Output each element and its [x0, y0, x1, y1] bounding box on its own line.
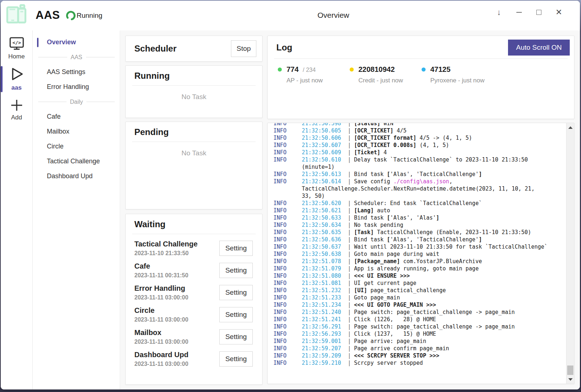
- stat-dot-icon: [278, 68, 282, 72]
- log-line: INFO21:32:59.210|Scrcpy server stopped: [273, 359, 566, 367]
- log-message: [Package_name] com.YostarJP.BlueArchive: [354, 258, 482, 265]
- log-separator: |: [345, 316, 354, 323]
- rail-item-home[interactable]: </>Home: [1, 36, 32, 60]
- log-line: INFO21:32:50.614|Save config ./config\aa…: [273, 178, 566, 185]
- log-line: INFO21:32:50.621|[Lang] auto: [273, 207, 566, 214]
- log-separator: |: [345, 134, 354, 142]
- log-level: INFO: [273, 134, 302, 142]
- log-line: INFO21:32:56.291|Page switch: page_tacti…: [273, 323, 566, 330]
- log-level: INFO: [273, 330, 302, 338]
- waiting-task-info: Error Handling2023-11-11 03:00:00: [134, 284, 219, 301]
- sidebar-item-mailbox[interactable]: Mailbox: [33, 124, 120, 139]
- log-separator: |: [345, 236, 354, 243]
- minimize-icon[interactable]: [515, 8, 523, 17]
- log-line: INFO21:32:51.240|Page switch: page_tacti…: [273, 309, 566, 316]
- setting-button[interactable]: Setting: [219, 329, 253, 344]
- rail-item-aas[interactable]: aas: [1, 66, 32, 91]
- log-message: Scrcpy server stopped: [354, 359, 423, 367]
- log-timestamp: 21:32:50.637: [302, 243, 345, 250]
- setting-button[interactable]: Setting: [219, 351, 253, 367]
- log-timestamp: 21:32:56.291: [302, 323, 345, 330]
- stat-item: 774 / 234AP - just now: [278, 65, 350, 84]
- log-level: INFO: [273, 171, 302, 178]
- log-separator: |: [345, 287, 354, 294]
- sidebar-item-circle[interactable]: Circle: [33, 139, 120, 154]
- rail-item-label: Home: [8, 53, 25, 60]
- sidebar-item-overview[interactable]: Overview: [33, 35, 120, 50]
- log-line: INFO21:32:51.234|<<< UI GOTO PAGE_MAIN >…: [273, 301, 566, 309]
- stat-label: AP - just now: [287, 77, 350, 84]
- sidebar-item-cafe[interactable]: Cafe: [33, 109, 120, 124]
- log-segment: WIN: [380, 123, 393, 127]
- setting-button[interactable]: Setting: [219, 241, 253, 256]
- maximize-icon[interactable]: [535, 8, 543, 17]
- log-level: INFO: [273, 221, 302, 229]
- waiting-task-info: Cafe2023-11-11 00:31:50: [134, 262, 219, 279]
- waiting-task-name: Tactical Challenge: [134, 240, 219, 248]
- setting-button[interactable]: Setting: [219, 307, 253, 322]
- log-line: INFO21:32:51.232|[UI] page_tactical_chal…: [273, 287, 566, 294]
- stat-top: 220810942: [350, 65, 422, 74]
- log-line: INFO21:32:50.605|[OCR_TICKET] 4/5: [273, 127, 566, 134]
- log-viewport[interactable]: INFO21:32:50.598|[Status] WININFO21:32:5…: [268, 123, 566, 384]
- log-segment: Delay task `TacticalChallenge` to 2023-1…: [354, 156, 528, 163]
- log-line: INFO21:32:50.598|[Status] WIN: [273, 123, 566, 127]
- log-message: [OCR_TICKET 0.008s] (4, 1, 5): [354, 142, 449, 149]
- sidebar-item-dashboard-upd[interactable]: Dashboard Upd: [33, 169, 120, 184]
- log-timestamp: 21:32:50.633: [302, 214, 345, 221]
- waiting-card: Waiting Tactical Challenge2023-11-10 21:…: [125, 214, 263, 385]
- log-line: INFO21:32:59.209|<<< SCRCPY SERVER STOP …: [273, 352, 566, 359]
- log-line: INFO21:32:51.233|Goto page_main: [273, 294, 566, 301]
- setting-button[interactable]: Setting: [219, 285, 253, 300]
- log-segment: auto: [374, 207, 390, 214]
- scrollbar-thumb[interactable]: [567, 366, 573, 375]
- stat-total: / 234: [301, 67, 316, 73]
- scheduler-card: Scheduler Stop: [125, 36, 263, 62]
- log-segment: (4, 1, 5): [417, 142, 449, 148]
- setting-button[interactable]: Setting: [219, 263, 253, 278]
- log-level: INFO: [273, 243, 302, 250]
- log-level: INFO: [273, 323, 302, 330]
- log-separator: |: [345, 294, 354, 301]
- log-level: INFO: [273, 200, 302, 207]
- close-icon[interactable]: ✕: [555, 8, 562, 17]
- divider: [132, 142, 256, 142]
- log-message: <<< SCRCPY SERVER STOP >>>: [354, 352, 439, 359]
- log-timestamp: 21:32:50.610: [302, 156, 345, 163]
- sidebar-item-error-handling[interactable]: Error Handling: [33, 79, 120, 94]
- log-level: INFO: [273, 178, 302, 185]
- scroll-down-icon[interactable]: [566, 376, 574, 383]
- log-message: [Status] WIN: [354, 123, 393, 127]
- log-segment: <<< SCRCPY SERVER STOP >>>: [354, 352, 439, 359]
- arrow-down-icon[interactable]: ↓: [495, 8, 503, 17]
- app-name: AAS: [36, 9, 60, 22]
- sidebar: OverviewAASAAS SettingsError HandlingDai…: [33, 30, 120, 389]
- rail-item-add[interactable]: Add: [1, 99, 32, 121]
- log-timestamp: 21:32:56.293: [302, 330, 345, 338]
- running-title: Running: [126, 66, 262, 85]
- log-level: INFO: [273, 214, 302, 221]
- rail-item-label: aas: [11, 84, 21, 91]
- log-line: INFO21:32:50.609|[Ticket] 4: [273, 149, 566, 156]
- waiting-task-row: Dashboard Upd2023-11-11 03:00:00Setting: [126, 348, 262, 370]
- log-level: INFO: [273, 127, 302, 134]
- log-segment: Click (1237, 15) @ HOME: [354, 331, 436, 337]
- log-timestamp: 21:32:51.233: [302, 294, 345, 301]
- log-level: INFO: [273, 156, 302, 163]
- log-separator: |: [345, 323, 354, 330]
- resource-stats: 774 / 234AP - just now220810942Credit - …: [268, 59, 574, 84]
- log-line: INFO21:32:51.081|UI get current page: [273, 279, 566, 287]
- log-separator: |: [345, 142, 354, 149]
- log-segment: Page arrive confirm page_main: [354, 345, 449, 352]
- titlebar: AAS Running Overview ↓ ✕: [1, 1, 580, 30]
- waiting-task-info: Tactical Challenge2023-11-10 21:33:50: [134, 240, 219, 257]
- log-scrollbar[interactable]: [566, 123, 574, 384]
- sidebar-item-aas-settings[interactable]: AAS Settings: [33, 65, 120, 79]
- log-message: Bind task ['Alas', 'TacticalChallenge']: [354, 171, 482, 178]
- log-separator: |: [345, 229, 354, 236]
- log-level: INFO: [273, 229, 302, 236]
- sidebar-item-tactical-challenge[interactable]: Tactical Challenge: [33, 154, 120, 169]
- stop-button[interactable]: Stop: [231, 40, 256, 57]
- auto-scroll-button[interactable]: Auto Scroll ON: [508, 40, 570, 56]
- scroll-up-icon[interactable]: [566, 124, 574, 131]
